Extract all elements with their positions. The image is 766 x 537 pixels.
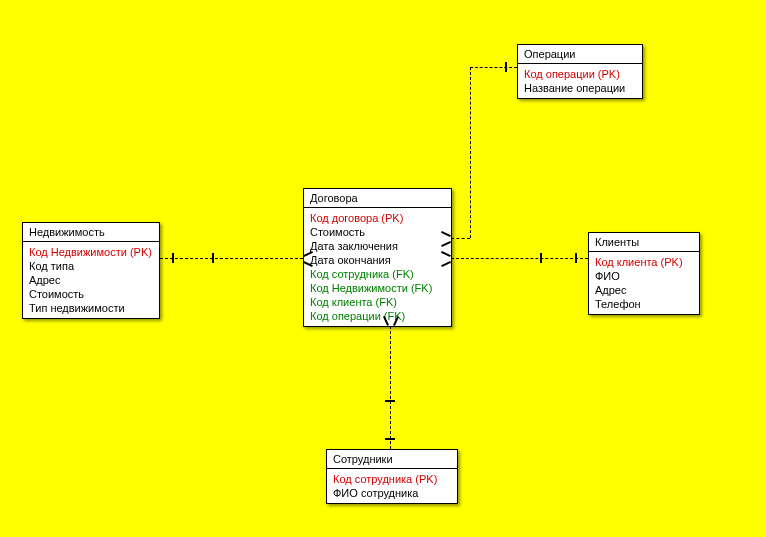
attr-pk: Код Недвижимости (PK) — [29, 245, 153, 259]
attr-pk: Код договора (PK) — [310, 211, 445, 225]
entity-nedvizhimost: Недвижимость Код Недвижимости (PK) Код т… — [22, 222, 160, 319]
attr: Дата заключения — [310, 239, 445, 253]
attr: Код типа — [29, 259, 153, 273]
attr: Телефон — [595, 297, 693, 311]
entity-body: Код сотрудника (PK) ФИО сотрудника — [327, 469, 457, 503]
entity-title: Сотрудники — [327, 450, 457, 469]
entity-title: Клиенты — [589, 233, 699, 252]
attr: Адрес — [595, 283, 693, 297]
entity-title: Недвижимость — [23, 223, 159, 242]
attr: Тип недвижимости — [29, 301, 153, 315]
entity-body: Код договора (PK) Стоимость Дата заключе… — [304, 208, 451, 326]
entity-klienty: Клиенты Код клиента (PK) ФИО Адрес Телеф… — [588, 232, 700, 315]
rel-operatsii-dogovora-seg1 — [470, 67, 517, 68]
attr-fk: Код клиента (FK) — [310, 295, 445, 309]
cardinality-one-icon — [505, 62, 507, 72]
rel-nedvizhimost-dogovora — [160, 258, 303, 259]
cardinality-one-icon — [540, 253, 542, 263]
rel-sotrudniki-dogovora — [390, 326, 391, 449]
attr: Стоимость — [29, 287, 153, 301]
attr: Адрес — [29, 273, 153, 287]
entity-operatsii: Операции Код операции (PK) Название опер… — [517, 44, 643, 99]
cardinality-one-icon — [385, 400, 395, 402]
cardinality-one-icon — [575, 253, 577, 263]
attr-pk: Код клиента (PK) — [595, 255, 693, 269]
entity-title: Договора — [304, 189, 451, 208]
attr: Стоимость — [310, 225, 445, 239]
attr: ФИО сотрудника — [333, 486, 451, 500]
attr: Дата окончания — [310, 253, 445, 267]
attr-fk: Код операции (FK) — [310, 309, 445, 323]
attr-pk: Код операции (PK) — [524, 67, 636, 81]
entity-dogovora: Договора Код договора (PK) Стоимость Дат… — [303, 188, 452, 327]
entity-sotrudniki: Сотрудники Код сотрудника (PK) ФИО сотру… — [326, 449, 458, 504]
entity-title: Операции — [518, 45, 642, 64]
attr: ФИО — [595, 269, 693, 283]
rel-klienty-dogovora — [451, 258, 588, 259]
attr-fk: Код Недвижимости (FK) — [310, 281, 445, 295]
attr-pk: Код сотрудника (PK) — [333, 472, 451, 486]
attr-fk: Код сотрудника (FK) — [310, 267, 445, 281]
entity-body: Код операции (PK) Название операции — [518, 64, 642, 98]
cardinality-one-icon — [172, 253, 174, 263]
cardinality-one-icon — [212, 253, 214, 263]
attr: Название операции — [524, 81, 636, 95]
entity-body: Код клиента (PK) ФИО Адрес Телефон — [589, 252, 699, 314]
rel-operatsii-dogovora-seg2 — [470, 67, 471, 238]
entity-body: Код Недвижимости (PK) Код типа Адрес Сто… — [23, 242, 159, 318]
rel-operatsii-dogovora-seg3 — [451, 238, 470, 239]
cardinality-one-icon — [385, 438, 395, 440]
